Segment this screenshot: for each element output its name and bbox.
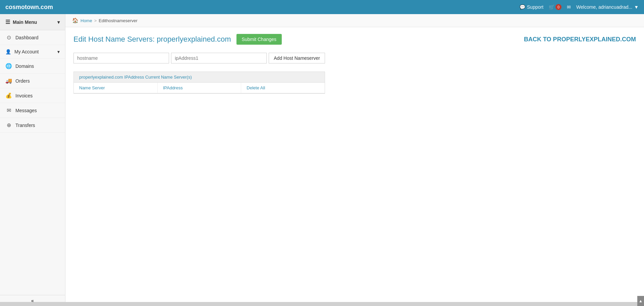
top-nav: cosmotown.com 💬 Support 🛒 0 ✉ Welcome, a… xyxy=(0,0,644,14)
logo: cosmotown.com xyxy=(5,4,53,11)
my-account-icon: 👤 xyxy=(5,49,11,54)
table-columns: Name Server IPAddress Delete All xyxy=(74,83,325,93)
top-nav-right: 💬 Support 🛒 0 ✉ Welcome, adriancuadrad..… xyxy=(520,4,639,10)
menu-icon: ☰ xyxy=(5,19,10,25)
sidebar-item-invoices[interactable]: 💰 Invoices xyxy=(0,88,65,103)
sidebar-item-label-invoices: Invoices xyxy=(15,93,33,98)
sidebar: ☰ Main Menu ▾ ⊙ Dashboard 👤 My Account ▾… xyxy=(0,14,65,306)
sidebar-item-label-messages: Messages xyxy=(15,108,37,113)
chat-icon: 💬 xyxy=(520,4,525,10)
my-account-arrow: ▾ xyxy=(57,49,60,54)
messages-icon: ✉ xyxy=(5,107,12,114)
col-nameserver[interactable]: Name Server xyxy=(74,83,158,93)
domains-icon: 🌐 xyxy=(5,63,12,69)
mail-icon: ✉ xyxy=(567,4,571,10)
sidebar-item-label-my-account: My Account xyxy=(14,49,39,54)
mail-button[interactable]: ✉ xyxy=(567,4,571,10)
sidebar-menu-label: Main Menu xyxy=(13,19,37,25)
sidebar-item-domains[interactable]: 🌐 Domains xyxy=(0,59,65,74)
dashboard-icon: ⊙ xyxy=(5,34,12,41)
home-icon: 🏠 xyxy=(72,17,78,24)
add-nameserver-form: Add Host Nameserver xyxy=(73,53,325,63)
page-title-area: Edit Host Name Servers: properlyexplaine… xyxy=(73,34,282,45)
horizontal-scrollbar[interactable] xyxy=(0,302,637,306)
orders-icon: 🚚 xyxy=(5,78,12,84)
sidebar-item-orders[interactable]: 🚚 Orders xyxy=(0,74,65,88)
scroll-to-top-button[interactable]: ▲ xyxy=(637,296,644,306)
sidebar-menu-arrow: ▾ xyxy=(57,19,60,25)
cart-button[interactable]: 🛒 0 xyxy=(549,4,561,10)
add-host-nameserver-button[interactable]: Add Host Nameserver xyxy=(269,53,325,63)
main-content: 🏠 Home > Edithostnameserver Edit Host Na… xyxy=(65,14,644,306)
page-content: Edit Host Name Servers: properlyexplaine… xyxy=(65,27,644,100)
sidebar-item-messages[interactable]: ✉ Messages xyxy=(0,103,65,118)
breadcrumb-home-link[interactable]: Home xyxy=(80,18,92,23)
sidebar-item-label-transfers: Transfers xyxy=(15,123,35,128)
sidebar-item-dashboard[interactable]: ⊙ Dashboard xyxy=(0,30,65,45)
page-title: Edit Host Name Servers: properlyexplaine… xyxy=(73,35,231,44)
back-link[interactable]: BACK TO PROPERLYEXPLAINED.COM xyxy=(524,36,636,43)
sidebar-item-my-account[interactable]: 👤 My Account ▾ xyxy=(0,45,65,59)
ip-address-input[interactable] xyxy=(171,53,267,63)
cart-count: 0 xyxy=(555,4,561,10)
col-delete-all[interactable]: Delete All xyxy=(241,83,325,93)
submit-changes-button[interactable]: Submit Changes xyxy=(236,34,282,45)
invoices-icon: 💰 xyxy=(5,92,12,99)
welcome-text: Welcome, adriancuadrad... xyxy=(576,4,632,10)
page-header: Edit Host Name Servers: properlyexplaine… xyxy=(73,34,636,45)
sidebar-item-label-orders: Orders xyxy=(15,78,30,84)
table-header: properlyexplained.com IPAddress Current … xyxy=(74,72,325,83)
sidebar-item-label-domains: Domains xyxy=(15,63,34,69)
cart-icon: 🛒 xyxy=(549,4,554,10)
breadcrumb-current: Edithostnameserver xyxy=(99,18,138,23)
sidebar-menu-header[interactable]: ☰ Main Menu ▾ xyxy=(0,14,65,30)
support-button[interactable]: 💬 Support xyxy=(520,4,543,10)
sidebar-item-label-dashboard: Dashboard xyxy=(15,35,39,40)
nameserver-table: properlyexplained.com IPAddress Current … xyxy=(73,72,325,94)
breadcrumb-separator: > xyxy=(94,18,97,23)
col-ip[interactable]: IPAddress xyxy=(158,83,241,93)
sidebar-item-transfers[interactable]: ⊕ Transfers xyxy=(0,118,65,133)
breadcrumb: 🏠 Home > Edithostnameserver xyxy=(65,14,644,27)
hostname-input[interactable] xyxy=(73,53,169,63)
dropdown-arrow: ▼ xyxy=(634,4,639,10)
welcome-area[interactable]: Welcome, adriancuadrad... ▼ xyxy=(576,4,639,10)
layout: ☰ Main Menu ▾ ⊙ Dashboard 👤 My Account ▾… xyxy=(0,14,644,306)
transfers-icon: ⊕ xyxy=(5,122,12,128)
